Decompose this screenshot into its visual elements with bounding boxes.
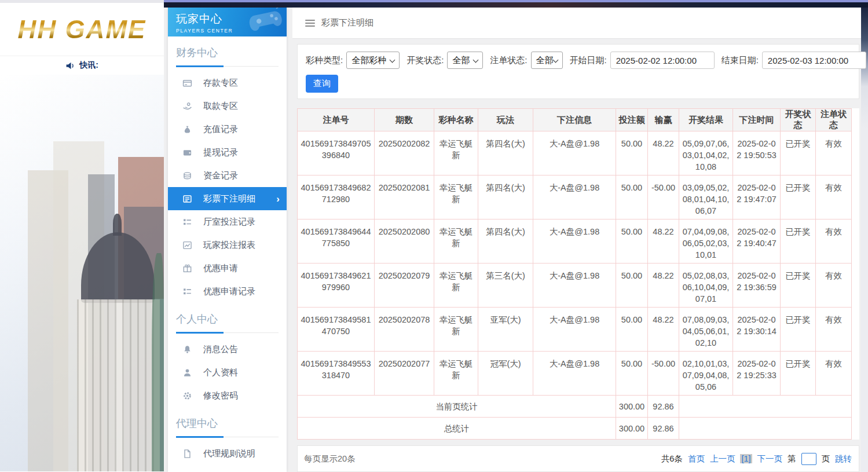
sidebar-item-player-bet-report[interactable]: 玩家投注报表 <box>168 233 287 257</box>
summary-row: 总统计300.0092.86 <box>298 418 852 440</box>
win-loss-cell: 48.22 <box>648 131 679 175</box>
main-content: 彩票下注明细 彩种类型: 全部彩种 开奖状态: 全部 注单状态: 全部 开始日期… <box>292 8 861 472</box>
draw-status-value: 全部 <box>452 55 470 66</box>
sidebar-item-label: 取款专区 <box>203 101 238 112</box>
lottery-name-cell: 幸运飞艇新 <box>434 352 478 396</box>
total-count: 共6条 <box>661 453 683 464</box>
sidebar-item-promo-apply[interactable]: 优惠申请 <box>168 257 287 280</box>
first-page-link[interactable]: 首页 <box>688 453 705 464</box>
logo[interactable]: HH GAME <box>18 15 147 44</box>
sidebar-item-deposit-zone[interactable]: 存款专区 <box>168 71 287 94</box>
column-header-period: 期数 <box>375 109 434 131</box>
draw-status-cell: 已开奖 <box>781 308 816 352</box>
column-header-bet-info: 下注信息 <box>533 109 616 131</box>
sidebar-item-lottery-bet-details[interactable]: 彩票下注明细› <box>168 187 287 210</box>
end-date-label: 结束日期: <box>721 55 759 66</box>
filter-panel: 彩种类型: 全部彩种 开奖状态: 全部 注单状态: 全部 开始日期: 结束日期:… <box>297 44 859 99</box>
column-header-lottery-name: 彩种名称 <box>434 109 478 131</box>
lottery-type-select[interactable]: 全部彩种 <box>346 52 400 69</box>
coins-icon <box>182 171 192 181</box>
bet-status-select[interactable]: 全部 <box>531 52 563 69</box>
wallet-icon <box>182 148 192 158</box>
sidebar-item-promo-apply-records[interactable]: 优惠申请记录 <box>168 280 287 303</box>
bet-info-cell: 大-A盘@1.98 <box>533 131 616 175</box>
summary-label-cell: 当前页统计 <box>298 396 616 418</box>
lottery-name-cell: 幸运飞艇新 <box>434 264 478 308</box>
summary-empty-cell <box>679 418 852 440</box>
sidebar-item-withdraw-zone[interactable]: 取款专区 <box>168 94 287 118</box>
sidebar-item-recharge-records[interactable]: 充值记录 <box>168 118 287 141</box>
lottery-name-cell: 幸运飞艇新 <box>434 175 478 219</box>
bet-status-cell: 有效 <box>816 131 852 175</box>
table-row: 40156917384962197996020250202079幸运飞艇新第三名… <box>298 264 852 308</box>
draw-result-cell: 05,02,08,03,06,10,04,09,07,01 <box>679 264 733 308</box>
sidebar-item-hall-bet-records[interactable]: 厅室投注记录 <box>168 210 287 233</box>
next-page-link[interactable]: 下一页 <box>757 453 783 464</box>
end-date-input[interactable] <box>762 52 866 69</box>
start-date-label: 开始日期: <box>570 55 607 66</box>
bet-time-cell: 2025-02-02 19:30:14 <box>733 308 781 352</box>
sidebar-item-label: 彩票下注明细 <box>203 193 255 204</box>
draw-result-cell: 07,04,09,08,06,05,02,03,10,01 <box>679 219 733 264</box>
logo-area: HH GAME <box>0 3 164 56</box>
summary-win-total-cell: 92.86 <box>648 418 679 440</box>
sidebar-item-profile[interactable]: 个人资料 <box>168 361 287 384</box>
bet-id-cell: 401569173849553318470 <box>298 352 375 396</box>
table-row: 40156917384964477585020250202080幸运飞艇新第四名… <box>298 219 852 264</box>
page-title: 彩票下注明细 <box>321 17 373 28</box>
column-header-bet-time: 下注时间 <box>733 109 781 131</box>
current-page: [1] <box>740 454 752 463</box>
lottery-type-label: 彩种类型: <box>306 55 343 66</box>
sidebar-item-change-password[interactable]: 修改密码 <box>168 384 287 407</box>
withdraw-hand-icon <box>182 101 192 111</box>
prev-page-link[interactable]: 上一页 <box>710 453 735 464</box>
gear-icon <box>182 391 192 401</box>
news-ticker-bar: 快讯: <box>0 56 164 75</box>
pagination-controls: 共6条 首页 上一页 [1] 下一页 第 页 跳转 <box>661 453 852 465</box>
draw-status-cell: 已开奖 <box>781 264 816 308</box>
sidebar-item-withdraw-records[interactable]: 提现记录 <box>168 141 287 164</box>
chevron-right-icon: › <box>276 194 280 204</box>
page-header: 彩票下注明细 <box>292 8 861 39</box>
summary-bet-total-cell: 300.00 <box>616 418 648 440</box>
bet-time-cell: 2025-02-02 19:47:07 <box>733 175 781 219</box>
start-date-input[interactable] <box>610 52 715 69</box>
table-row: 40156917384958147075020250202078幸运飞艇新亚军(… <box>298 308 852 352</box>
win-loss-cell: -50.00 <box>648 175 679 219</box>
period-cell: 20250202078 <box>375 308 434 352</box>
bet-status-cell: 有效 <box>816 175 852 219</box>
bet-info-cell: 大-A盘@1.98 <box>533 308 616 352</box>
period-cell: 20250202082 <box>375 131 434 175</box>
sidebar-item-agent-rules[interactable]: 代理规则说明 <box>168 442 287 465</box>
bet-amount-cell: 50.00 <box>616 131 648 175</box>
brand-panel: HH GAME 快讯: <box>0 0 164 472</box>
summary-win-total-cell: 92.86 <box>648 396 679 418</box>
bet-info-cell: 大-A盘@1.98 <box>533 352 616 396</box>
bet-id-cell: 401569173849682712980 <box>298 175 375 219</box>
sidebar-item-messages[interactable]: 消息公告 <box>168 338 287 361</box>
content-area: 彩种类型: 全部彩种 开奖状态: 全部 注单状态: 全部 开始日期: 结束日期:… <box>292 39 861 472</box>
bet-status-cell: 有效 <box>816 219 852 264</box>
column-header-draw-result: 开奖结果 <box>679 109 733 131</box>
moneybag-icon <box>182 125 192 134</box>
pagination-bar: 每页显示20条 共6条 首页 上一页 [1] 下一页 第 页 跳转 <box>297 445 859 472</box>
summary-label-cell: 总统计 <box>298 418 616 440</box>
sidebar-item-label: 存款专区 <box>203 78 238 89</box>
play-type-cell: 亚军(大) <box>478 308 533 352</box>
bet-time-cell: 2025-02-02 19:50:53 <box>733 131 781 175</box>
jump-link[interactable]: 跳转 <box>835 453 852 464</box>
query-button[interactable]: 查询 <box>306 75 338 93</box>
column-header-bet-amount: 投注额 <box>616 109 648 131</box>
page-jump-input[interactable] <box>801 453 816 465</box>
menu-icon[interactable] <box>305 20 315 27</box>
bets-table: 注单号期数彩种名称玩法下注信息投注额输赢开奖结果下注时间开奖状态注单状态 401… <box>297 108 852 440</box>
sidebar-item-agent-team-stats[interactable]: 代理团队统计 <box>168 465 287 472</box>
sidebar-item-funds-records[interactable]: 资金记录 <box>168 164 287 187</box>
bet-time-cell: 2025-02-02 19:25:33 <box>733 352 781 396</box>
section-title-personal-center: 个人中心 <box>176 312 279 333</box>
draw-status-select[interactable]: 全部 <box>447 52 483 69</box>
bet-id-cell: 401569173849705396840 <box>298 131 375 175</box>
win-loss-cell: -50.00 <box>648 352 679 396</box>
bet-amount-cell: 50.00 <box>616 219 648 264</box>
sidebar-header: 玩家中心 PLAYERS CENTER <box>168 8 287 36</box>
